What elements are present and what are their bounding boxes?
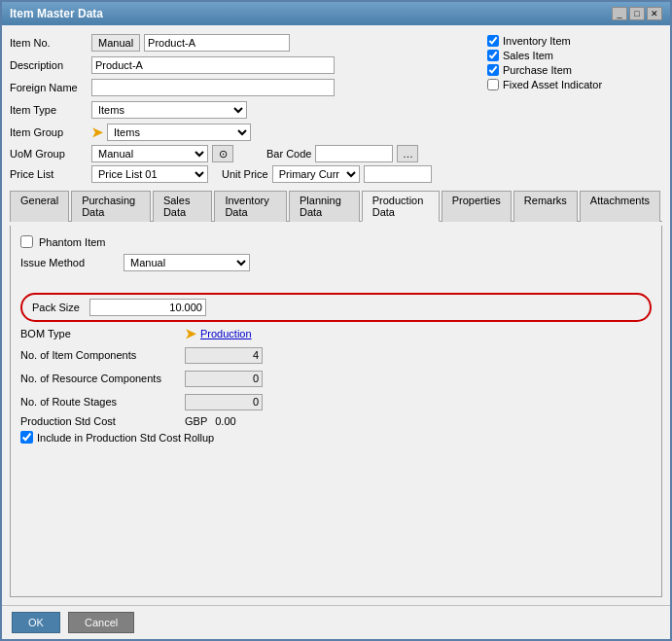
uom-info-button[interactable]: ⊙: [212, 145, 233, 162]
sales-item-checkbox[interactable]: [487, 50, 499, 61]
purchase-item-row: Purchase Item: [487, 64, 662, 76]
foreign-name-field[interactable]: [91, 79, 335, 96]
barcode-browse-button[interactable]: …: [397, 145, 418, 162]
issue-method-row: Issue Method Manual: [20, 254, 652, 271]
cancel-button[interactable]: Cancel: [68, 612, 134, 633]
item-group-label: Item Group: [10, 126, 88, 138]
item-no-badge: Manual: [91, 34, 140, 52]
no-item-components-label: No. of Item Components: [20, 349, 181, 361]
include-label: Include in Production Std Cost Rollup: [37, 432, 214, 444]
description-row: Description: [10, 55, 479, 75]
tab-remarks[interactable]: Remarks: [513, 191, 578, 222]
no-route-stages-row: No. of Route Stages 0: [20, 392, 652, 411]
main-window: Item Master Data _ □ ✕ Item No. Manual D…: [0, 0, 672, 641]
item-no-label: Item No.: [10, 37, 88, 49]
barcode-field[interactable]: [315, 145, 393, 162]
sales-item-row: Sales Item: [487, 50, 662, 61]
purchase-item-label: Purchase Item: [503, 64, 572, 76]
fixed-asset-row: Fixed Asset Indicator: [487, 79, 662, 90]
price-list-select[interactable]: Price List 01: [91, 165, 208, 183]
item-no-field[interactable]: [144, 34, 290, 52]
bom-arrow-icon: ➤: [185, 326, 196, 341]
unit-price-field[interactable]: [364, 165, 432, 183]
phantom-item-label: Phantom Item: [39, 236, 105, 248]
foreign-name-row: Foreign Name: [10, 78, 479, 97]
tab-attachments[interactable]: Attachments: [580, 191, 660, 222]
ok-button[interactable]: OK: [12, 612, 60, 633]
issue-method-select[interactable]: Manual: [124, 254, 250, 271]
item-no-row: Item No. Manual: [10, 33, 479, 53]
pack-section: Pack Size BOM Type ➤ Production No. of I…: [20, 293, 652, 444]
tab-properties[interactable]: Properties: [442, 191, 512, 222]
production-std-cost-row: Production Std Cost GBP 0.00: [20, 415, 652, 427]
no-resource-components-label: No. of Resource Components: [20, 373, 181, 384]
title-bar: Item Master Data _ □ ✕: [2, 2, 670, 25]
uom-barcode-row: UoM Group Manual ⊙ Bar Code …: [10, 145, 479, 162]
item-type-select[interactable]: Items: [91, 101, 247, 119]
foreign-name-label: Foreign Name: [10, 82, 88, 93]
purchase-item-checkbox[interactable]: [487, 64, 499, 76]
item-type-row: Item Type Items: [10, 100, 479, 120]
bottom-bar: OK Cancel: [2, 605, 670, 639]
no-item-components-value: 4: [185, 347, 263, 364]
tab-inventory[interactable]: Inventory Data: [214, 191, 287, 222]
bom-type-value[interactable]: Production: [200, 328, 252, 339]
no-resource-components-row: No. of Resource Components 0: [20, 369, 652, 388]
bom-type-label: BOM Type: [20, 328, 181, 339]
no-resource-components-value: 0: [185, 371, 263, 387]
item-type-label: Item Type: [10, 104, 88, 116]
tab-sales[interactable]: Sales Data: [153, 191, 213, 222]
tab-general[interactable]: General: [10, 191, 69, 222]
minimize-button[interactable]: _: [612, 7, 627, 20]
uom-group-select[interactable]: Manual: [91, 145, 208, 162]
description-field[interactable]: [91, 56, 335, 74]
price-unit-row: Price List Price List 01 Unit Price Prim…: [10, 165, 479, 183]
barcode-label: Bar Code: [266, 148, 311, 160]
tab-planning[interactable]: Planning Data: [289, 191, 360, 222]
tab-purchasing[interactable]: Purchasing Data: [71, 191, 151, 222]
no-route-stages-value: 0: [185, 394, 263, 410]
spacer: [20, 277, 652, 287]
pack-size-label: Pack Size: [32, 302, 80, 313]
issue-method-label: Issue Method: [20, 257, 118, 268]
include-checkbox[interactable]: [20, 431, 33, 444]
unit-price-label: Unit Price: [222, 168, 268, 180]
tabs-bar: General Purchasing Data Sales Data Inven…: [10, 191, 662, 222]
right-checkboxes: Inventory Item Sales Item Purchase Item …: [487, 33, 662, 183]
bom-type-row: BOM Type ➤ Production: [20, 326, 652, 341]
price-list-label: Price List: [10, 168, 88, 180]
phantom-item-row: Phantom Item: [20, 235, 652, 248]
left-fields: Item No. Manual Description Foreign Name…: [10, 33, 479, 183]
description-label: Description: [10, 59, 88, 71]
inventory-item-row: Inventory Item: [487, 35, 662, 47]
arrow-icon: ➤: [91, 125, 103, 140]
window-content: Item No. Manual Description Foreign Name…: [2, 25, 670, 605]
pack-size-wrapper: Pack Size: [20, 293, 652, 322]
include-row: Include in Production Std Cost Rollup: [20, 431, 652, 444]
pack-size-input[interactable]: [89, 299, 206, 316]
std-cost-currency: GBP: [185, 415, 207, 427]
maximize-button[interactable]: □: [629, 7, 645, 20]
no-item-components-row: No. of Item Components 4: [20, 345, 652, 365]
inventory-item-label: Inventory Item: [503, 35, 571, 47]
tab-content-production: Phantom Item Issue Method Manual Pack Si…: [10, 226, 662, 597]
unit-price-select[interactable]: Primary Curr: [272, 165, 360, 183]
phantom-item-checkbox[interactable]: [20, 235, 33, 248]
tab-production[interactable]: Production Data: [362, 191, 440, 222]
sales-item-label: Sales Item: [503, 50, 553, 61]
item-group-row: Item Group ➤ Items: [10, 123, 479, 142]
no-route-stages-label: No. of Route Stages: [20, 396, 181, 408]
fixed-asset-checkbox[interactable]: [487, 79, 499, 90]
window-controls: _ □ ✕: [612, 7, 662, 20]
window-title: Item Master Data: [10, 7, 103, 20]
inventory-item-checkbox[interactable]: [487, 35, 499, 47]
fixed-asset-label: Fixed Asset Indicator: [503, 79, 602, 90]
header-fields: Item No. Manual Description Foreign Name…: [10, 33, 662, 183]
uom-group-label: UoM Group: [10, 148, 88, 160]
std-cost-value: 0.00: [215, 415, 235, 427]
item-group-select[interactable]: Items: [107, 124, 251, 141]
close-button[interactable]: ✕: [647, 7, 662, 20]
production-std-cost-label: Production Std Cost: [20, 415, 181, 427]
